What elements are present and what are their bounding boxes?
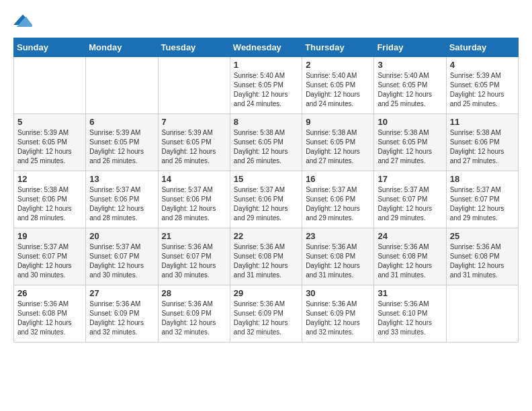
day-info: Sunrise: 5:36 AM Sunset: 6:08 PM Dayligh…: [450, 242, 515, 280]
calendar-cell: 14Sunrise: 5:37 AM Sunset: 6:06 PM Dayli…: [158, 171, 230, 228]
day-info: Sunrise: 5:36 AM Sunset: 6:09 PM Dayligh…: [306, 300, 370, 337]
day-of-week-header: Sunday: [14, 38, 86, 57]
day-number: 29: [234, 288, 298, 298]
day-number: 30: [306, 288, 370, 298]
day-number: 31: [378, 288, 442, 298]
day-number: 18: [450, 174, 515, 184]
calendar-cell: 5Sunrise: 5:39 AM Sunset: 6:05 PM Daylig…: [14, 114, 86, 171]
day-info: Sunrise: 5:36 AM Sunset: 6:08 PM Dayligh…: [306, 242, 370, 280]
day-info: Sunrise: 5:37 AM Sunset: 6:06 PM Dayligh…: [306, 185, 370, 223]
calendar-cell: 16Sunrise: 5:37 AM Sunset: 6:06 PM Dayli…: [302, 171, 374, 228]
day-of-week-header: Friday: [374, 38, 446, 57]
day-number: 13: [89, 174, 154, 184]
calendar-cell: 31Sunrise: 5:36 AM Sunset: 6:10 PM Dayli…: [374, 285, 446, 342]
calendar-cell: 29Sunrise: 5:36 AM Sunset: 6:09 PM Dayli…: [230, 285, 302, 342]
calendar-cell: 8Sunrise: 5:38 AM Sunset: 6:05 PM Daylig…: [230, 114, 302, 171]
day-info: Sunrise: 5:37 AM Sunset: 6:07 PM Dayligh…: [378, 185, 442, 223]
day-info: Sunrise: 5:39 AM Sunset: 6:05 PM Dayligh…: [162, 128, 226, 166]
day-info: Sunrise: 5:37 AM Sunset: 6:07 PM Dayligh…: [89, 242, 154, 280]
calendar-cell: 23Sunrise: 5:36 AM Sunset: 6:08 PM Dayli…: [302, 228, 374, 285]
day-info: Sunrise: 5:36 AM Sunset: 6:08 PM Dayligh…: [234, 242, 298, 280]
calendar-cell: 17Sunrise: 5:37 AM Sunset: 6:07 PM Dayli…: [374, 171, 446, 228]
calendar-cell: 28Sunrise: 5:36 AM Sunset: 6:09 PM Dayli…: [158, 285, 230, 342]
day-info: Sunrise: 5:37 AM Sunset: 6:06 PM Dayligh…: [234, 185, 298, 223]
day-number: 17: [378, 174, 442, 184]
day-info: Sunrise: 5:40 AM Sunset: 6:05 PM Dayligh…: [234, 71, 298, 109]
day-info: Sunrise: 5:37 AM Sunset: 6:06 PM Dayligh…: [162, 185, 226, 223]
day-number: 16: [306, 174, 370, 184]
day-number: 2: [306, 60, 370, 70]
day-number: 6: [89, 117, 154, 127]
calendar-cell: 1Sunrise: 5:40 AM Sunset: 6:05 PM Daylig…: [230, 57, 302, 114]
day-info: Sunrise: 5:36 AM Sunset: 6:09 PM Dayligh…: [89, 300, 154, 337]
calendar-cell: 24Sunrise: 5:36 AM Sunset: 6:08 PM Dayli…: [374, 228, 446, 285]
day-info: Sunrise: 5:37 AM Sunset: 6:07 PM Dayligh…: [450, 185, 515, 223]
day-info: Sunrise: 5:38 AM Sunset: 6:06 PM Dayligh…: [450, 128, 515, 166]
day-number: 25: [450, 231, 515, 241]
calendar-cell: 21Sunrise: 5:36 AM Sunset: 6:07 PM Dayli…: [158, 228, 230, 285]
day-info: Sunrise: 5:39 AM Sunset: 6:05 PM Dayligh…: [17, 128, 82, 166]
day-info: Sunrise: 5:36 AM Sunset: 6:08 PM Dayligh…: [378, 242, 442, 280]
calendar-cell: 19Sunrise: 5:37 AM Sunset: 6:07 PM Dayli…: [14, 228, 86, 285]
calendar-cell: [86, 57, 158, 114]
day-number: 3: [378, 60, 442, 70]
day-info: Sunrise: 5:36 AM Sunset: 6:09 PM Dayligh…: [234, 300, 298, 337]
day-number: 27: [89, 288, 154, 298]
day-number: 11: [450, 117, 515, 127]
day-info: Sunrise: 5:40 AM Sunset: 6:05 PM Dayligh…: [306, 71, 370, 109]
calendar-cell: 12Sunrise: 5:38 AM Sunset: 6:06 PM Dayli…: [14, 171, 86, 228]
day-info: Sunrise: 5:37 AM Sunset: 6:06 PM Dayligh…: [89, 185, 154, 223]
day-info: Sunrise: 5:36 AM Sunset: 6:08 PM Dayligh…: [17, 300, 82, 337]
logo-icon: [13, 13, 32, 27]
day-of-week-header: Monday: [86, 38, 158, 57]
day-number: 12: [17, 174, 82, 184]
day-info: Sunrise: 5:36 AM Sunset: 6:07 PM Dayligh…: [162, 242, 226, 280]
calendar-table: SundayMondayTuesdayWednesdayThursdayFrid…: [13, 38, 519, 342]
calendar-cell: 20Sunrise: 5:37 AM Sunset: 6:07 PM Dayli…: [86, 228, 158, 285]
calendar-cell: 26Sunrise: 5:36 AM Sunset: 6:08 PM Dayli…: [14, 285, 86, 342]
day-number: 22: [234, 231, 298, 241]
day-of-week-header: Tuesday: [158, 38, 230, 57]
page-header: [13, 13, 519, 27]
day-number: 28: [162, 288, 226, 298]
day-number: 26: [17, 288, 82, 298]
day-number: 4: [450, 60, 515, 70]
calendar-cell: 30Sunrise: 5:36 AM Sunset: 6:09 PM Dayli…: [302, 285, 374, 342]
calendar-header: SundayMondayTuesdayWednesdayThursdayFrid…: [14, 38, 519, 57]
day-info: Sunrise: 5:40 AM Sunset: 6:05 PM Dayligh…: [378, 71, 442, 109]
day-number: 24: [378, 231, 442, 241]
day-number: 23: [306, 231, 370, 241]
day-info: Sunrise: 5:36 AM Sunset: 6:10 PM Dayligh…: [378, 300, 442, 337]
calendar-cell: 3Sunrise: 5:40 AM Sunset: 6:05 PM Daylig…: [374, 57, 446, 114]
day-info: Sunrise: 5:38 AM Sunset: 6:05 PM Dayligh…: [306, 128, 370, 166]
calendar-cell: 2Sunrise: 5:40 AM Sunset: 6:05 PM Daylig…: [302, 57, 374, 114]
calendar-cell: 6Sunrise: 5:39 AM Sunset: 6:05 PM Daylig…: [86, 114, 158, 171]
day-info: Sunrise: 5:36 AM Sunset: 6:09 PM Dayligh…: [162, 300, 226, 337]
logo: [13, 13, 35, 27]
day-info: Sunrise: 5:39 AM Sunset: 6:05 PM Dayligh…: [89, 128, 154, 166]
calendar-cell: 7Sunrise: 5:39 AM Sunset: 6:05 PM Daylig…: [158, 114, 230, 171]
calendar-cell: [158, 57, 230, 114]
day-number: 14: [162, 174, 226, 184]
calendar-cell: [14, 57, 86, 114]
day-info: Sunrise: 5:38 AM Sunset: 6:05 PM Dayligh…: [234, 128, 298, 166]
day-number: 9: [306, 117, 370, 127]
calendar-cell: 18Sunrise: 5:37 AM Sunset: 6:07 PM Dayli…: [446, 171, 518, 228]
day-number: 8: [234, 117, 298, 127]
day-info: Sunrise: 5:39 AM Sunset: 6:05 PM Dayligh…: [450, 71, 515, 109]
day-number: 5: [17, 117, 82, 127]
calendar-cell: 10Sunrise: 5:38 AM Sunset: 6:05 PM Dayli…: [374, 114, 446, 171]
calendar-cell: 15Sunrise: 5:37 AM Sunset: 6:06 PM Dayli…: [230, 171, 302, 228]
day-info: Sunrise: 5:38 AM Sunset: 6:05 PM Dayligh…: [378, 128, 442, 166]
day-of-week-header: Thursday: [302, 38, 374, 57]
day-of-week-header: Wednesday: [230, 38, 302, 57]
day-number: 19: [17, 231, 82, 241]
day-number: 20: [89, 231, 154, 241]
calendar-cell: 22Sunrise: 5:36 AM Sunset: 6:08 PM Dayli…: [230, 228, 302, 285]
calendar-cell: 27Sunrise: 5:36 AM Sunset: 6:09 PM Dayli…: [86, 285, 158, 342]
calendar-cell: 4Sunrise: 5:39 AM Sunset: 6:05 PM Daylig…: [446, 57, 518, 114]
calendar-cell: [446, 285, 518, 342]
day-info: Sunrise: 5:37 AM Sunset: 6:07 PM Dayligh…: [17, 242, 82, 280]
day-of-week-header: Saturday: [446, 38, 518, 57]
day-number: 10: [378, 117, 442, 127]
